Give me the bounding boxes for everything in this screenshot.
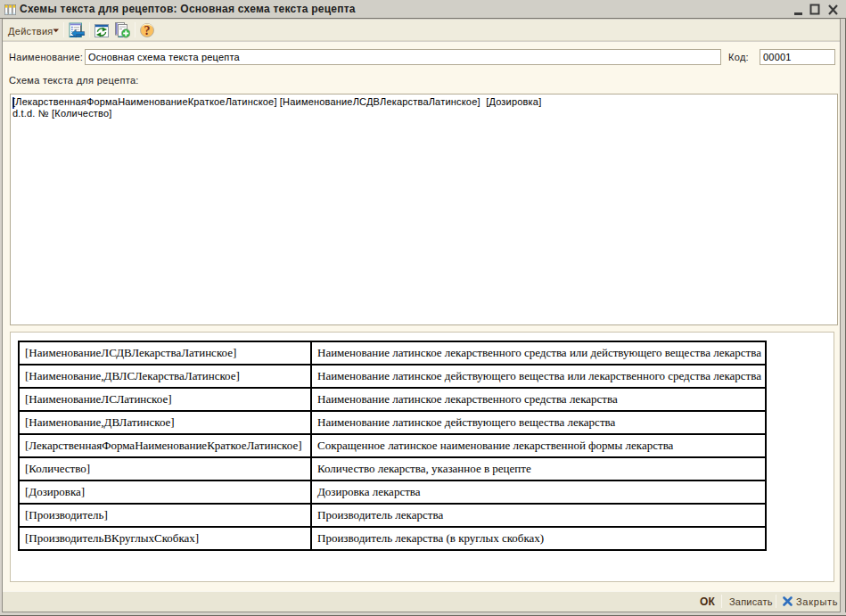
svg-text:?: ?: [144, 24, 151, 37]
